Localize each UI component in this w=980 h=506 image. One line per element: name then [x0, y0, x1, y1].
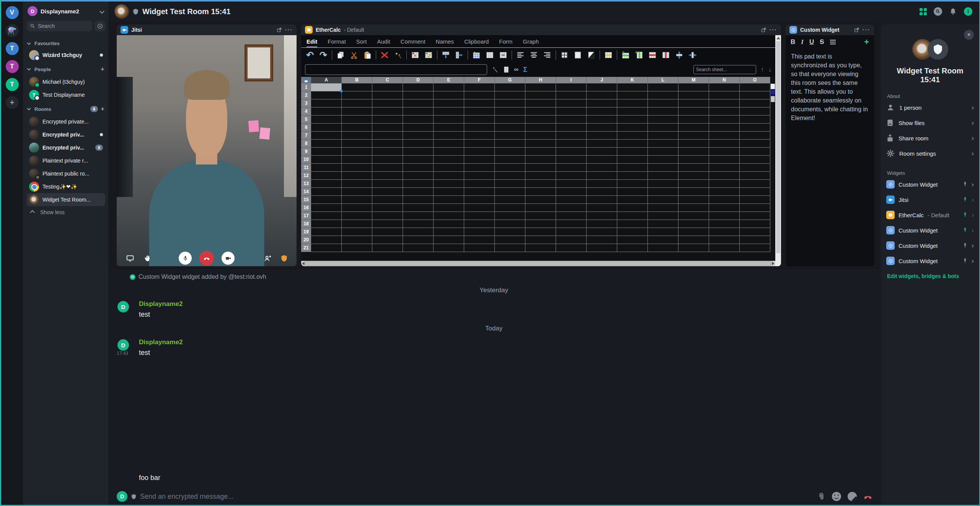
cell-M3[interactable]	[678, 99, 709, 107]
cell-N14[interactable]	[709, 188, 740, 196]
cell-H1[interactable]	[525, 83, 556, 91]
cell-K13[interactable]	[617, 180, 648, 188]
cell-M1[interactable]	[678, 83, 709, 91]
room-item-test-displayname[interactable]: T Test Displayname	[27, 88, 105, 101]
cell-J11[interactable]	[587, 164, 617, 172]
cell-A7[interactable]	[311, 132, 342, 140]
explore-rooms-button[interactable]	[95, 21, 105, 31]
cell-M13[interactable]	[678, 180, 709, 188]
cell-E19[interactable]	[434, 228, 464, 236]
pin-icon[interactable]	[962, 242, 968, 249]
room-info-button[interactable]: i	[964, 7, 972, 16]
pad-text[interactable]: This pad text is synchronized as you typ…	[786, 49, 874, 125]
cell-B2[interactable]	[342, 91, 372, 99]
cell-D5[interactable]	[403, 116, 434, 124]
cell-I16[interactable]	[556, 204, 587, 212]
scroll-right-icon[interactable]	[772, 262, 775, 265]
align-left-icon[interactable]	[515, 50, 525, 60]
cell-A6[interactable]	[311, 124, 342, 132]
insert-row-icon[interactable]	[441, 50, 451, 60]
cell-B20[interactable]	[342, 236, 372, 244]
tab-comment[interactable]: Comment	[401, 38, 426, 47]
cell-C1[interactable]	[372, 83, 403, 91]
cell-E21[interactable]	[434, 244, 464, 252]
cell-E16[interactable]	[434, 204, 464, 212]
cell-J6[interactable]	[587, 124, 617, 132]
cell-F5[interactable]	[464, 116, 495, 124]
row-header-6[interactable]: 6	[301, 124, 311, 132]
room-item[interactable]: Plaintext public ro...	[27, 167, 105, 180]
sheet-save-icon[interactable]	[301, 77, 311, 83]
row-header-20[interactable]: 20	[301, 236, 311, 244]
delete-icon[interactable]	[380, 50, 390, 60]
delete-row-icon[interactable]	[647, 50, 657, 60]
cell-G8[interactable]	[495, 140, 525, 148]
cell-C8[interactable]	[372, 140, 403, 148]
scroll-left-icon[interactable]	[302, 262, 305, 265]
italic-button[interactable]: I	[801, 38, 804, 46]
column-header-D[interactable]: D	[403, 77, 434, 83]
cell-C11[interactable]	[372, 164, 403, 172]
cell-E7[interactable]	[434, 132, 464, 140]
cell-M19[interactable]	[678, 228, 709, 236]
cell-C16[interactable]	[372, 204, 403, 212]
copy-icon[interactable]	[336, 50, 346, 60]
formula-input[interactable]	[305, 64, 487, 75]
cell-F7[interactable]	[464, 132, 495, 140]
cell-O10[interactable]	[740, 156, 770, 164]
cell-L17[interactable]	[648, 212, 678, 220]
column-header-C[interactable]: C	[372, 77, 403, 83]
cell-N9[interactable]	[709, 148, 740, 156]
apps-grid-icon[interactable]	[920, 8, 927, 15]
cell-H3[interactable]	[525, 99, 556, 107]
pin-icon[interactable]	[962, 258, 968, 264]
cell-O12[interactable]	[740, 172, 770, 180]
cell-K14[interactable]	[617, 188, 648, 196]
cell-K2[interactable]	[617, 91, 648, 99]
cell-J7[interactable]	[587, 132, 617, 140]
cell-C5[interactable]	[372, 116, 403, 124]
list-range-icon[interactable]	[503, 66, 509, 73]
cell-F13[interactable]	[464, 180, 495, 188]
cell-N21[interactable]	[709, 244, 740, 252]
cell-L8[interactable]	[648, 140, 678, 148]
cell-D12[interactable]	[403, 172, 434, 180]
popout-icon[interactable]	[277, 27, 282, 33]
room-item[interactable]: Encrypted private...	[27, 115, 105, 128]
cell-N13[interactable]	[709, 180, 740, 188]
cell-D8[interactable]	[403, 140, 434, 148]
jitsi-widget-header[interactable]: Jitsi ···	[117, 24, 297, 35]
cell-G18[interactable]	[495, 220, 525, 228]
panel-item-settings[interactable]: Room settings ›	[886, 146, 974, 161]
cell-N18[interactable]	[709, 220, 740, 228]
cell-M21[interactable]	[678, 244, 709, 252]
cell-F17[interactable]	[464, 212, 495, 220]
cell-E9[interactable]	[434, 148, 464, 156]
tab-graph[interactable]: Graph	[523, 38, 539, 47]
cell-J4[interactable]	[587, 107, 617, 116]
cell-I7[interactable]	[556, 132, 587, 140]
cell-B16[interactable]	[342, 204, 372, 212]
cell-K11[interactable]	[617, 164, 648, 172]
close-icon[interactable]: ×	[964, 30, 974, 40]
cell-M11[interactable]	[678, 164, 709, 172]
cell-B21[interactable]	[342, 244, 372, 252]
emoji-icon[interactable]	[832, 492, 841, 501]
section-people[interactable]: People +	[28, 65, 104, 73]
scrollbar-thumb[interactable]	[776, 41, 780, 253]
cell-L7[interactable]	[648, 132, 678, 140]
undo-icon[interactable]: ↶	[305, 50, 315, 60]
room-item[interactable]: Plaintext private r...	[27, 154, 105, 167]
lock-cell-icon[interactable]	[410, 50, 420, 60]
cell-G3[interactable]	[495, 99, 525, 107]
cell-H15[interactable]	[525, 196, 556, 204]
cell-B9[interactable]	[342, 148, 372, 156]
avatar[interactable]: D	[117, 339, 129, 351]
cell-D18[interactable]	[403, 220, 434, 228]
cell-N20[interactable]	[709, 236, 740, 244]
cell-M12[interactable]	[678, 172, 709, 180]
cell-K5[interactable]	[617, 116, 648, 124]
cell-O17[interactable]	[740, 212, 770, 220]
cell-B18[interactable]	[342, 220, 372, 228]
cell-G5[interactable]	[495, 116, 525, 124]
